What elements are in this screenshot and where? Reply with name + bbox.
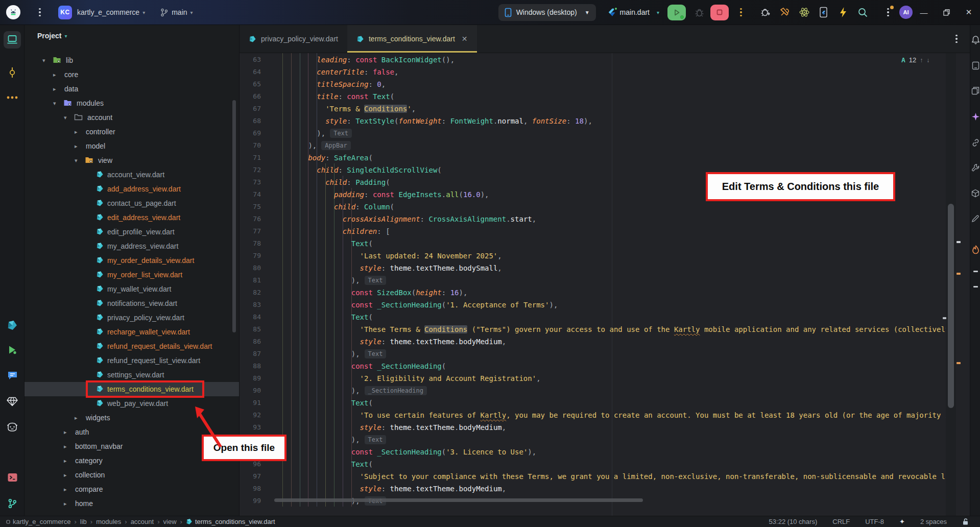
run-more-actions-icon[interactable]	[737, 7, 745, 18]
tree-file-edit_profile_view-dart[interactable]: edit_profile_view.dart	[25, 225, 239, 239]
expanded-arrow-icon[interactable]: ▾	[64, 110, 67, 125]
link-icon[interactable]	[970, 137, 980, 148]
next-problem-icon[interactable]: ↓	[926, 57, 929, 64]
edit-pencil-icon[interactable]	[970, 213, 980, 224]
sparkle-status-icon[interactable]: ✦	[899, 518, 905, 525]
android-studio-logo-icon[interactable]	[6, 5, 20, 19]
collapsed-arrow-icon[interactable]: ▸	[64, 439, 67, 453]
tree-file-refund_request_list_view-dart[interactable]: refund_request_list_view.dart	[25, 353, 239, 368]
line-number[interactable]: 66	[240, 90, 262, 103]
tree-file-add_address_view-dart[interactable]: add_address_view.dart	[25, 182, 239, 196]
project-tool-icon[interactable]	[4, 31, 21, 49]
minimize-button[interactable]: —	[913, 0, 935, 25]
line-number[interactable]: 98	[240, 483, 262, 495]
line-number[interactable]: 71	[240, 152, 262, 164]
commit-tool-icon[interactable]	[4, 64, 21, 81]
breadcrumb-item[interactable]: account	[131, 518, 154, 525]
project-panel-header[interactable]: Project ▾	[25, 25, 239, 46]
breadcrumb-item[interactable]: kartly_e_commerce	[6, 518, 70, 525]
project-badge[interactable]: KC	[58, 6, 72, 19]
tree-folder-account[interactable]: ▾account	[25, 110, 239, 125]
hot-reload-icon[interactable]	[837, 6, 849, 18]
line-number[interactable]: 68	[240, 115, 262, 127]
project-name[interactable]: kartly_e_commerce	[77, 8, 139, 16]
debug-icon[interactable]	[693, 6, 705, 18]
tree-file-my_wallet_view-dart[interactable]: my_wallet_view.dart	[25, 282, 239, 296]
flame-ic[interactable]	[970, 244, 980, 255]
notifications-bell-icon[interactable]	[970, 34, 980, 45]
line-number[interactable]: 65	[240, 78, 262, 90]
wrench-icon[interactable]	[970, 162, 980, 173]
run-tool-icon[interactable]	[4, 341, 21, 358]
collapsed-arrow-icon[interactable]: ▸	[53, 82, 56, 96]
line-number[interactable]: 85	[240, 323, 262, 336]
terminal-tool-icon[interactable]	[4, 469, 21, 486]
tree-folder-view[interactable]: ▾view	[25, 153, 239, 167]
line-number[interactable]: 77	[240, 225, 262, 237]
stop-button[interactable]	[710, 5, 729, 20]
occurrence-stripe-mark[interactable]	[943, 317, 946, 319]
breadcrumb-item[interactable]: terms_conditions_view.dart	[186, 518, 275, 525]
tree-file-privacy_policy_view-dart[interactable]: privacy_policy_view.dart	[25, 310, 239, 325]
tree-folder-controller[interactable]: ▸controller	[25, 125, 239, 139]
expanded-arrow-icon[interactable]: ▾	[42, 53, 45, 67]
close-button[interactable]: ✕	[958, 0, 980, 25]
tree-file-my_order_list_view-dart[interactable]: my_order_list_view.dart	[25, 268, 239, 282]
unlocked-padlock-icon[interactable]	[962, 518, 969, 525]
warning-stripe-mark[interactable]	[957, 362, 961, 364]
collapsed-arrow-icon[interactable]: ▸	[64, 482, 67, 496]
file-encoding[interactable]: UTF-8	[865, 518, 884, 525]
vcs-branch-widget[interactable]: main ▾	[160, 8, 193, 17]
breadcrumb-item[interactable]: modules	[96, 518, 121, 525]
main-menu-icon[interactable]	[36, 7, 44, 18]
tree-file-recharge_wallet_view-dart[interactable]: recharge_wallet_view.dart	[25, 325, 239, 339]
line-number[interactable]: 69	[240, 127, 262, 139]
line-number[interactable]: 73	[240, 176, 262, 188]
collapsed-arrow-icon[interactable]: ▸	[53, 67, 56, 82]
collapsed-arrow-icon[interactable]: ▸	[75, 125, 78, 139]
line-number[interactable]: 81	[240, 274, 262, 286]
line-number[interactable]: 97	[240, 470, 262, 483]
line-number[interactable]: 75	[240, 201, 262, 213]
indent-setting[interactable]: 2 spaces	[920, 518, 947, 525]
line-number[interactable]: 64	[240, 66, 262, 78]
copy-pages-icon[interactable]	[970, 85, 980, 96]
tree-folder-collection[interactable]: ▸collection	[25, 468, 239, 482]
device-manager-icon[interactable]	[970, 60, 980, 71]
dart-analysis-icon[interactable]	[4, 317, 21, 334]
line-number[interactable]: 90	[240, 385, 262, 397]
collapsed-arrow-icon[interactable]: ▸	[75, 411, 78, 425]
line-number[interactable]: 84	[240, 311, 262, 323]
line-number[interactable]: 80	[240, 262, 262, 274]
line-number[interactable]: 88	[240, 360, 262, 372]
line-number[interactable]: 87	[240, 348, 262, 360]
inspections-widget[interactable]: A 12 ↑ ↓	[901, 56, 929, 64]
line-number[interactable]: 92	[240, 409, 262, 421]
tab-privacy-policy[interactable]: privacy_policy_view.dart	[240, 25, 347, 53]
package-icon[interactable]	[970, 187, 980, 199]
tree-file-my_order_details_view-dart[interactable]: my_order_details_view.dart	[25, 253, 239, 268]
line-number[interactable]: 93	[240, 421, 262, 434]
tree-folder-lib[interactable]: ▾lib	[25, 53, 239, 67]
line-number[interactable]: 76	[240, 213, 262, 225]
run-configuration-selector[interactable]: main.dart ▾	[607, 8, 659, 17]
editor-scrollbar-thumb[interactable]	[948, 204, 954, 408]
restore-button[interactable]	[935, 0, 958, 25]
expanded-arrow-icon[interactable]: ▾	[53, 96, 56, 110]
collapsed-arrow-icon[interactable]: ▸	[75, 139, 78, 153]
warning-stripe-mark[interactable]	[957, 273, 961, 275]
line-number[interactable]: 83	[240, 299, 262, 311]
caret-position[interactable]: 53:22 (10 chars)	[769, 518, 818, 525]
line-number[interactable]: 99	[240, 495, 262, 507]
flutter-attach-icon[interactable]	[759, 6, 772, 18]
tree-file-refund_request_details_view-dart[interactable]: refund_request_details_view.dart	[25, 339, 239, 353]
tree-file-settings_view-dart[interactable]: settings_view.dart	[25, 368, 239, 382]
atom-icon[interactable]	[798, 6, 810, 18]
line-number[interactable]: 89	[240, 372, 262, 385]
tree-folder-core[interactable]: ▸core	[25, 67, 239, 82]
line-number[interactable]: 70	[240, 139, 262, 152]
rerun-button[interactable]	[667, 5, 686, 20]
tree-folder-modules[interactable]: ▾modules	[25, 96, 239, 110]
line-number[interactable]: 72	[240, 164, 262, 176]
branch-tool-icon[interactable]	[4, 495, 21, 512]
